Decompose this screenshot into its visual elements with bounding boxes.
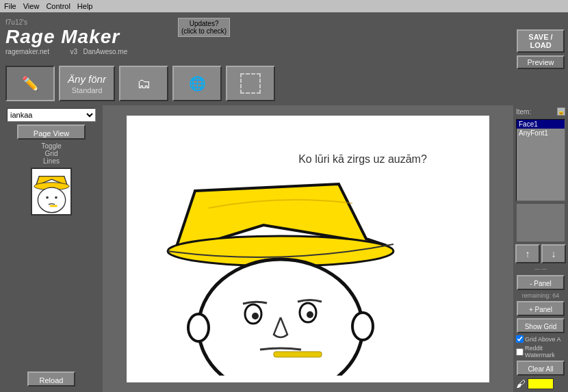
font-tool[interactable]: Äny fönr Standard — [59, 66, 115, 101]
svg-point-13 — [188, 314, 209, 341]
menu-file[interactable]: File — [4, 2, 16, 10]
remaining-label: remaining: 64 — [522, 292, 560, 299]
svg-point-2 — [38, 187, 65, 213]
menu-view[interactable]: View — [23, 2, 40, 10]
svg-point-3 — [46, 196, 49, 198]
menu-bar: File View Control Help — [0, 0, 568, 12]
list-item[interactable]: AnyFont1 — [517, 129, 565, 138]
item-label: Item: — [516, 108, 531, 116]
clear-all-button[interactable]: Clear All — [517, 361, 565, 376]
list-item[interactable]: Face1 — [517, 120, 565, 129]
svg-rect-5 — [49, 205, 57, 207]
main-content: iankaa Page View ToggleGridLines Reload — [0, 105, 568, 392]
item-list[interactable]: Face1 AnyFont1 — [516, 119, 565, 201]
reddit-watermark-checkbox[interactable] — [516, 348, 524, 356]
canvas-text: Ko lūri kā zirgs uz auzām? — [250, 153, 476, 166]
item-preview — [516, 203, 565, 242]
folder-icon: 🗂 — [137, 76, 151, 92]
grid-above-checkbox[interactable] — [516, 335, 524, 343]
pencil-tool[interactable]: ✏️ — [5, 66, 55, 101]
color-swatch[interactable] — [528, 378, 554, 389]
pencil-icon: ✏️ — [22, 75, 39, 92]
thumbnail-preview — [31, 168, 72, 215]
select-icon — [240, 73, 261, 94]
menu-control[interactable]: Control — [46, 2, 70, 10]
header: f7u12's Rage Maker ragemaker.net v3 DanA… — [0, 12, 568, 62]
update-link[interactable]: (click to check) — [181, 27, 227, 35]
preview-button[interactable]: Preview — [517, 55, 565, 69]
meme-face-image — [154, 170, 400, 376]
reddit-watermark-label: Reddit Watermark — [525, 345, 565, 358]
select-tool[interactable] — [226, 66, 275, 101]
grid-above-row: Grid Above A — [516, 335, 565, 343]
canvas-area[interactable]: Ko lūri kā zirgs uz auzām? — [103, 105, 513, 392]
toggle-grid-button[interactable]: ToggleGridLines — [41, 142, 61, 165]
svg-point-14 — [352, 313, 373, 340]
save-load-button[interactable]: SAVE / LOAD — [517, 29, 565, 53]
grid-above-label: Grid Above A — [525, 336, 561, 343]
update-label: Updates? — [181, 20, 227, 27]
svg-rect-15 — [274, 352, 322, 357]
reddit-watermark-row: Reddit Watermark — [516, 345, 565, 358]
minus-panel-button[interactable]: - Panel — [517, 275, 565, 290]
move-down-button[interactable]: ↓ — [541, 244, 566, 263]
right-panel: Item: 🔒 Face1 AnyFont1 ↑ ↓ —— - Panel re… — [513, 105, 568, 392]
reload-button[interactable]: Reload — [27, 371, 75, 387]
svg-point-4 — [55, 196, 57, 198]
font-sub-label: Standard — [72, 86, 103, 94]
globe-tool[interactable]: 🌐 — [172, 66, 222, 101]
font-name-label: Äny fönr — [68, 73, 106, 85]
left-panel: iankaa Page View ToggleGridLines Reload — [0, 105, 103, 392]
move-indicators: —— — [534, 265, 547, 272]
logo-sub: ragemaker.net v3 DanAweso.me — [5, 48, 127, 55]
menu-help[interactable]: Help — [77, 2, 93, 10]
update-box[interactable]: Updates? (click to check) — [178, 18, 230, 37]
show-grid-button[interactable]: Show Grid — [517, 318, 565, 333]
globe-icon: 🌐 — [189, 75, 206, 92]
save-panel: SAVE / LOAD Preview — [513, 25, 568, 74]
drawing-canvas[interactable]: Ko lūri kā zirgs uz auzām? — [127, 116, 489, 382]
color-row: 🖌 — [516, 378, 565, 389]
color-icon: 🖌 — [516, 378, 526, 389]
panel-dropdown[interactable]: iankaa — [7, 108, 96, 122]
svg-point-11 — [252, 313, 259, 319]
page-view-button[interactable]: Page View — [17, 125, 86, 140]
plus-panel-button[interactable]: + Panel — [517, 301, 565, 316]
toolbar: ✏️ Äny fönr Standard 🗂 🌐 — [0, 62, 568, 105]
move-up-button[interactable]: ↑ — [515, 244, 540, 263]
app-title: Rage Maker — [5, 26, 127, 48]
lock-icon[interactable]: 🔒 — [557, 107, 565, 116]
folder-tool[interactable]: 🗂 — [119, 66, 168, 101]
svg-point-12 — [307, 311, 313, 318]
move-buttons: ↑ ↓ — [515, 244, 566, 263]
logo-version: f7u12's — [5, 18, 127, 26]
logo-area: f7u12's Rage Maker ragemaker.net v3 DanA… — [5, 18, 127, 55]
thumbnail-image — [33, 170, 70, 214]
